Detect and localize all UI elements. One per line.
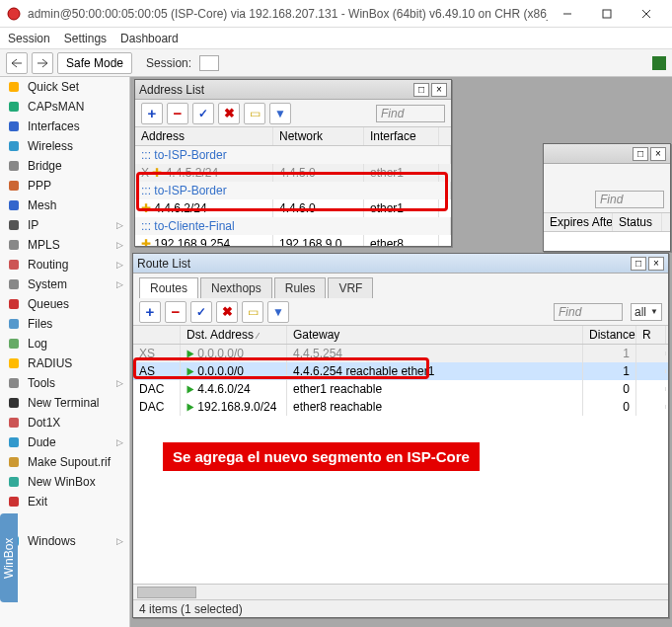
- route-play-icon: [187, 386, 194, 394]
- route-tabs: Routes Nexthops Rules VRF: [133, 274, 668, 298]
- menu-dashboard[interactable]: Dashboard: [120, 32, 179, 45]
- route-list-close-icon[interactable]: ×: [648, 257, 664, 271]
- svg-point-0: [8, 8, 20, 20]
- route-remove-button[interactable]: −: [165, 301, 187, 323]
- route-list-grid[interactable]: Dst. Address ∕ Gateway Distance R XS 0.0…: [133, 326, 668, 584]
- session-box[interactable]: [199, 55, 219, 71]
- sidebar-item-label: Tools: [28, 376, 111, 390]
- route-row[interactable]: DAC 4.4.6.0/24ether1 reachable0: [133, 380, 668, 398]
- partial-window-close-icon[interactable]: ×: [650, 147, 666, 161]
- sidebar-item-windows[interactable]: Windows▷: [0, 531, 129, 551]
- menu-session[interactable]: Session: [8, 32, 50, 45]
- chevron-right-icon: ▷: [116, 240, 123, 250]
- address-row[interactable]: ✚ 4.4.6.2/244.4.6.0ether1: [135, 199, 451, 217]
- route-filter-dropdown[interactable]: all▼: [631, 303, 662, 321]
- undo-button[interactable]: [6, 52, 28, 74]
- svg-rect-10: [9, 181, 19, 191]
- sidebar-item-mpls[interactable]: MPLS▷: [0, 235, 129, 255]
- sidebar-item-make-supout.rif[interactable]: Make Supout.rif: [0, 452, 129, 472]
- sidebar-item-files[interactable]: Files: [0, 314, 129, 334]
- sidebar-item-interfaces[interactable]: Interfaces: [0, 117, 129, 136]
- tab-nexthops[interactable]: Nexthops: [200, 277, 272, 298]
- files-icon: [6, 316, 22, 332]
- route-disable-button[interactable]: ✖: [216, 301, 238, 323]
- redo-button[interactable]: [32, 52, 53, 74]
- col-network[interactable]: Network: [273, 127, 364, 145]
- remove-button[interactable]: −: [167, 103, 188, 124]
- sidebar-item-new-terminal[interactable]: New Terminal: [0, 393, 129, 413]
- route-row[interactable]: XS 0.0.0.0/04.4.5.2541: [133, 345, 668, 362]
- sidebar-item-routing[interactable]: Routing▷: [0, 255, 129, 274]
- close-button[interactable]: [627, 1, 666, 27]
- sidebar-item-dot1x[interactable]: Dot1X: [0, 413, 129, 432]
- address-find-input[interactable]: Find: [376, 105, 445, 122]
- scrollbar-thumb[interactable]: [137, 587, 196, 598]
- add-button[interactable]: +: [141, 103, 163, 124]
- partial-window-restore-icon[interactable]: □: [633, 147, 648, 161]
- sidebar-item-ppp[interactable]: PPP: [0, 176, 129, 196]
- winbox-side-tab[interactable]: WinBox: [0, 513, 18, 602]
- sidebar-item-log[interactable]: Log: [0, 334, 129, 353]
- sidebar-item-exit[interactable]: Exit: [0, 492, 129, 511]
- disable-button[interactable]: ✖: [218, 103, 240, 124]
- sidebar-item-quick-set[interactable]: Quick Set: [0, 77, 129, 97]
- partial-find-input[interactable]: Find: [595, 191, 664, 208]
- sidebar-item-bridge[interactable]: Bridge: [0, 156, 129, 176]
- sidebar-item-label: Routing: [28, 258, 111, 272]
- sidebar-item-label: MPLS: [28, 238, 111, 252]
- sidebar-item-wireless[interactable]: Wireless: [0, 136, 129, 156]
- route-add-button[interactable]: +: [139, 301, 161, 323]
- route-comment-button[interactable]: ▭: [242, 301, 263, 323]
- partial-window-titlebar[interactable]: □ ×: [544, 144, 670, 164]
- sidebar-item-radius[interactable]: RADIUS: [0, 353, 129, 373]
- tab-rules[interactable]: Rules: [274, 277, 327, 298]
- col-expires[interactable]: Expires After: [544, 213, 613, 231]
- address-list-restore-icon[interactable]: □: [413, 83, 429, 97]
- main-toolbar: Safe Mode Session:: [0, 49, 672, 77]
- route-list-titlebar[interactable]: Route List □ ×: [133, 254, 668, 274]
- menu-settings[interactable]: Settings: [64, 32, 107, 45]
- sidebar-item-queues[interactable]: Queues: [0, 294, 129, 314]
- route-list-restore-icon[interactable]: □: [631, 257, 646, 271]
- col-status[interactable]: Status: [613, 213, 662, 231]
- iface-icon: [6, 118, 22, 134]
- route-row[interactable]: DAC 192.168.9.0/24ether8 reachable0: [133, 398, 668, 416]
- maximize-button[interactable]: [587, 1, 627, 27]
- safe-mode-button[interactable]: Safe Mode: [57, 52, 132, 74]
- route-filter-all-label: all: [635, 305, 646, 319]
- address-row[interactable]: X ✚ 4.4.5.2/244.4.5.0ether1: [135, 164, 451, 182]
- col-gateway[interactable]: Gateway: [287, 326, 583, 344]
- tab-routes[interactable]: Routes: [139, 277, 198, 298]
- address-list-close-icon[interactable]: ×: [431, 83, 447, 97]
- col-dst-address[interactable]: Dst. Address ∕: [181, 326, 287, 344]
- col-routing[interactable]: R: [636, 326, 666, 344]
- address-list-grid[interactable]: Address Network Interface ::: to-ISP-Bor…: [135, 127, 451, 246]
- route-row[interactable]: AS 0.0.0.0/04.4.6.254 reachable ether11: [133, 362, 668, 380]
- tab-vrf[interactable]: VRF: [328, 277, 373, 298]
- col-distance[interactable]: Distance: [583, 326, 636, 344]
- route-list-scrollbar[interactable]: [133, 584, 668, 599]
- minimize-button[interactable]: [548, 1, 587, 27]
- route-enable-button[interactable]: ✓: [190, 301, 212, 323]
- col-tag[interactable]: [133, 326, 181, 344]
- sidebar-item-dude[interactable]: Dude▷: [0, 432, 129, 452]
- sidebar-item-new-winbox[interactable]: New WinBox: [0, 472, 129, 492]
- app-icon: [6, 6, 22, 22]
- sidebar-item-mesh[interactable]: Mesh: [0, 196, 129, 215]
- route-filter-button[interactable]: ▼: [267, 301, 289, 323]
- filter-button[interactable]: ▼: [269, 103, 291, 124]
- partial-grid[interactable]: Expires After Status: [544, 213, 670, 251]
- sidebar-item-system[interactable]: System▷: [0, 274, 129, 294]
- sidebar-item-tools[interactable]: Tools▷: [0, 373, 129, 393]
- address-row[interactable]: ✚ 192.168.9.254...192.168.9.0ether8: [135, 235, 451, 246]
- route-find-input[interactable]: Find: [554, 303, 623, 321]
- sidebar-item-capsman[interactable]: CAPsMAN: [0, 97, 129, 117]
- sidebar-item-label: Interfaces: [28, 119, 123, 133]
- address-list-titlebar[interactable]: Address List □ ×: [135, 80, 451, 100]
- sidebar-item-ip[interactable]: IP▷: [0, 215, 129, 235]
- enable-button[interactable]: ✓: [192, 103, 214, 124]
- svg-rect-8: [9, 141, 19, 151]
- comment-button[interactable]: ▭: [244, 103, 265, 124]
- col-interface[interactable]: Interface: [364, 127, 439, 145]
- col-address[interactable]: Address: [135, 127, 273, 145]
